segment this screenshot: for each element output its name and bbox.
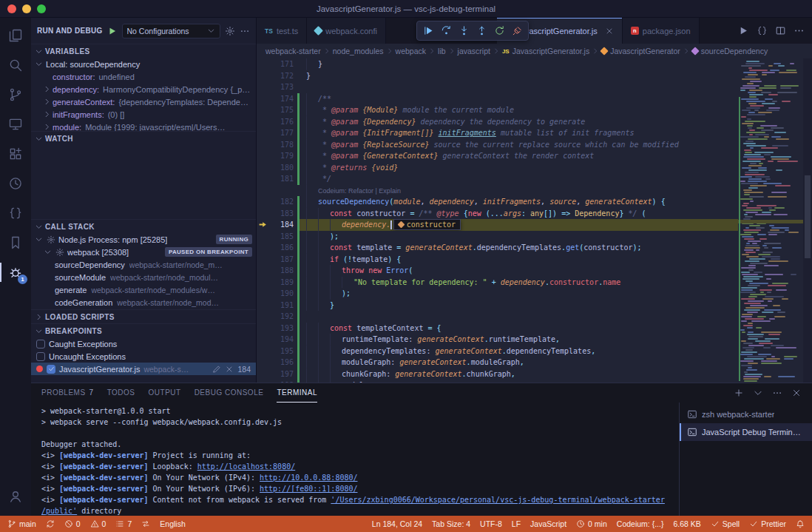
- panel-tab-debug-console[interactable]: DEBUG CONSOLE: [194, 383, 264, 403]
- panel-more-actions-button[interactable]: [772, 388, 782, 398]
- editor-more-actions-button[interactable]: [794, 25, 805, 36]
- breadcrumb-item[interactable]: javascript: [458, 47, 490, 55]
- call-stack-frame-row[interactable]: sourceDependencywebpack-starter/node_m…: [31, 258, 256, 271]
- code-text[interactable]: "No template for dependency: " + depende…: [300, 277, 738, 289]
- prettier-status[interactable]: Prettier: [749, 519, 786, 528]
- call-stack-frame-row[interactable]: sourceModulewebpack-starter/node_modul…: [31, 271, 256, 283]
- warnings[interactable]: 0: [90, 519, 106, 528]
- language-mode[interactable]: JavaScript: [530, 519, 566, 528]
- debug-configuration-dropdown[interactable]: No Configurations: [122, 24, 220, 38]
- continue-button[interactable]: [420, 23, 436, 39]
- code-text[interactable]: const template = generateContext.depende…: [300, 242, 738, 254]
- panel-tab-problems[interactable]: PROBLEMS7: [41, 383, 94, 403]
- code-text[interactable]: dependencyTemplates: generateContext.dep…: [300, 346, 738, 357]
- time-tracker[interactable]: 0 min: [576, 519, 607, 528]
- code-text[interactable]: const constructor = /** @type {new (...a…: [300, 208, 738, 220]
- customize-layout-icon[interactable]: [793, 4, 803, 14]
- close-panel-button[interactable]: [791, 388, 802, 398]
- code-text[interactable]: );: [300, 231, 738, 243]
- variable-row[interactable]: dependency:HarmonyCompatibilityDependenc…: [31, 83, 256, 95]
- source-control-icon[interactable]: [0, 80, 31, 110]
- code-text[interactable]: dependency.constructor: [300, 219, 738, 231]
- code-text[interactable]: chunkGraph: generateContext.chunkGraph,: [300, 368, 738, 380]
- bookmarks-icon[interactable]: [0, 228, 31, 257]
- new-terminal-button[interactable]: [734, 388, 744, 398]
- breadcrumb-item[interactable]: node_modules: [333, 47, 384, 55]
- call-stack-frame-row[interactable]: codeGenerationwebpack-starter/node_mod…: [31, 296, 256, 309]
- scrollbar-thumb[interactable]: [805, 175, 811, 258]
- variables-section-header[interactable]: VARIABLES: [31, 44, 256, 58]
- checkbox[interactable]: [47, 365, 55, 374]
- compare-changes[interactable]: [141, 519, 150, 528]
- sidebar-more-actions-icon[interactable]: [240, 26, 250, 36]
- panel-tab-terminal[interactable]: TERMINAL: [277, 383, 317, 403]
- loaded-scripts-section-header[interactable]: LOADED SCRIPTS: [31, 309, 256, 323]
- call-stack-session-row[interactable]: webpack [25308]PAUSED ON BREAKPOINT: [31, 246, 256, 258]
- variable-row[interactable]: module:Module {1999: javascript/esm|/Use…: [31, 121, 256, 131]
- search-icon[interactable]: [0, 50, 31, 80]
- minimap[interactable]: [738, 58, 803, 383]
- tab-size[interactable]: Tab Size: 4: [432, 519, 470, 528]
- errors[interactable]: 0: [64, 519, 81, 528]
- cursor-position[interactable]: Ln 184, Col 24: [372, 519, 422, 528]
- variable-row[interactable]: constructor:undefined: [31, 70, 256, 83]
- notifications[interactable]: [796, 519, 805, 528]
- encoding[interactable]: UTF-8: [480, 519, 502, 528]
- start-debugging-icon[interactable]: [107, 26, 118, 36]
- step-into-button[interactable]: [456, 23, 472, 39]
- code-text[interactable]: /**: [300, 93, 738, 105]
- exception-breakpoint-row[interactable]: Caught Exceptions: [31, 337, 256, 350]
- variable-row[interactable]: generateContext:{dependencyTemplates: De…: [31, 95, 256, 108]
- watch-section-header[interactable]: WATCH: [31, 131, 256, 145]
- run-file-button[interactable]: [738, 25, 749, 36]
- variables-scope-row[interactable]: Local: sourceDependency: [31, 58, 256, 70]
- code-text[interactable]: module: [300, 380, 738, 383]
- breadcrumb-item[interactable]: JavascriptGenerator: [601, 47, 680, 55]
- history-icon[interactable]: [0, 169, 31, 198]
- checkbox[interactable]: [36, 340, 45, 349]
- code-text[interactable]: if (!template) {: [300, 254, 738, 266]
- call-stack-frame-row[interactable]: generatewebpack-starter/node_modules/w…: [31, 283, 256, 296]
- code-text[interactable]: * @param {ReplaceSource} source the curr…: [300, 139, 738, 151]
- terminal-dropdown-button[interactable]: [753, 388, 763, 398]
- debug-icon[interactable]: 1: [0, 257, 31, 287]
- terminal-tab[interactable]: JavaScript Debug Termin…: [680, 423, 812, 441]
- codeium-status[interactable]: Codeium: {...}: [617, 519, 664, 528]
- breadcrumb-item[interactable]: webpack-starter: [265, 47, 321, 55]
- snippets-icon[interactable]: [0, 198, 31, 228]
- panel-tab-todos[interactable]: TODOS: [107, 383, 135, 403]
- breakpoints-section-header[interactable]: BREAKPOINTS: [31, 323, 256, 337]
- editor-tab-package-json[interactable]: npackage.json: [623, 18, 700, 44]
- toggle-secondary-sidebar-icon[interactable]: [774, 4, 785, 14]
- editor-tab-webpack-confi[interactable]: webpack.confi: [307, 18, 386, 44]
- breadcrumb-item[interactable]: lib: [438, 47, 446, 55]
- restart-button[interactable]: [491, 23, 507, 39]
- code-text[interactable]: * @param {InitFragment[]} initFragments …: [300, 127, 738, 139]
- debug-settings-gear-icon[interactable]: [225, 26, 235, 36]
- code-actions-button[interactable]: [757, 25, 768, 36]
- close-window-button[interactable]: [7, 4, 16, 13]
- edit-breakpoint-icon[interactable]: [212, 365, 221, 374]
- breakpoint-row[interactable]: JavascriptGenerator.jswebpack-s…184: [31, 363, 256, 375]
- inline-suggest-widget[interactable]: constructor: [393, 219, 461, 230]
- file-size[interactable]: 6.68 KB: [673, 519, 700, 528]
- eol-sequence[interactable]: LF: [512, 519, 521, 528]
- breadcrumb-item[interactable]: sourceDependency: [692, 47, 768, 55]
- checkbox[interactable]: [36, 352, 45, 361]
- spell-checker[interactable]: Spell: [711, 519, 740, 528]
- minimize-window-button[interactable]: [22, 4, 31, 13]
- breadcrumb-item[interactable]: JSJavascriptGenerator.js: [502, 47, 589, 55]
- close-tab-icon[interactable]: [605, 27, 614, 36]
- code-text[interactable]: );: [300, 288, 738, 300]
- split-editor-button[interactable]: [775, 25, 786, 36]
- code-text[interactable]: const templateContext = {: [300, 323, 738, 334]
- zoom-window-button[interactable]: [37, 4, 46, 13]
- step-out-button[interactable]: [473, 23, 490, 39]
- accounts-icon[interactable]: [0, 482, 31, 511]
- code-text[interactable]: * @param {Dependency} dependency the dep…: [300, 116, 738, 128]
- todo-count[interactable]: 7: [115, 519, 132, 528]
- disconnect-button[interactable]: [509, 23, 525, 39]
- call-stack-section-header[interactable]: CALL STACK: [31, 219, 256, 233]
- code-lens[interactable]: Codeium: Refactor | Explain: [300, 185, 738, 197]
- code-text[interactable]: [300, 81, 738, 93]
